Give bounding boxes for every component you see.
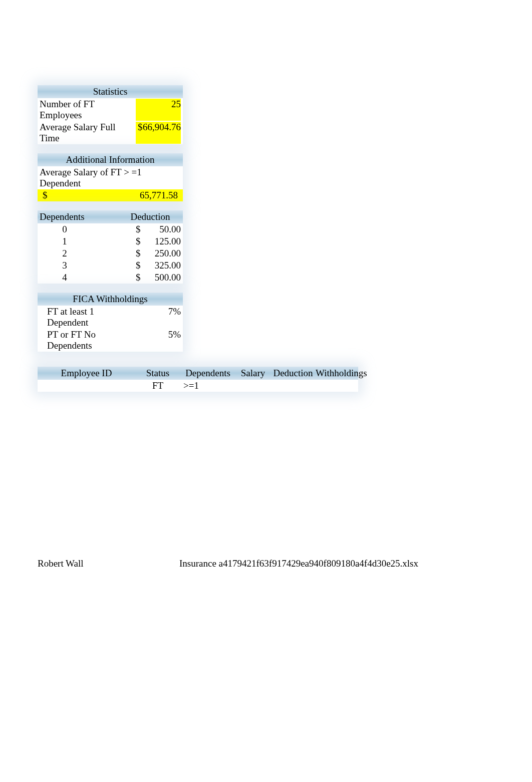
footer-filename: Insurance a4179421f63f917429ea940f809180…	[179, 558, 418, 569]
header-salary: Salary	[235, 368, 271, 379]
dep-count: 0	[40, 224, 90, 235]
deduction-value: $ 250.00	[136, 248, 181, 259]
currency-symbol: $	[138, 122, 143, 144]
currency-symbol: $	[136, 224, 141, 235]
currency-symbol: $	[136, 272, 141, 283]
stat-label: Average Salary Full Time	[40, 122, 136, 144]
statistics-block: Statistics Number of FT Employees 25 Ave…	[38, 85, 183, 144]
fica-title: FICA Withholdings	[38, 293, 183, 306]
header-deduction: Deduction	[271, 368, 316, 379]
footer-author: Robert Wall	[38, 558, 84, 569]
table-row: 2 $ 250.00	[38, 247, 183, 259]
currency-amount: 66,904.76	[143, 122, 181, 144]
header-withholdings: Withholdings	[316, 368, 367, 379]
deduction-value: $ 500.00	[136, 272, 181, 283]
additional-value: $ 65,771.58	[38, 189, 183, 201]
stat-row-avg-salary: Average Salary Full Time $ 66,904.76	[38, 121, 183, 144]
stat-label: Number of FT Employees	[40, 99, 136, 121]
dep-count: 3	[40, 260, 90, 271]
currency-amount: 65,771.58	[140, 190, 178, 201]
cell-deduction	[271, 380, 316, 391]
dep-count: 1	[40, 236, 90, 247]
fica-label: FT at least 1 Dependent	[40, 306, 136, 328]
currency-amount: 250.00	[155, 248, 181, 259]
currency-symbol: $	[136, 236, 141, 247]
header-status: Status	[135, 368, 180, 379]
cell-salary	[235, 380, 271, 391]
employee-data-row: FT >=1	[38, 380, 358, 392]
deduction-value: $ 125.00	[136, 236, 181, 247]
dependents-header-right: Deduction	[118, 210, 183, 223]
deduction-value: $ 50.00	[136, 224, 181, 235]
stat-row-ft-employees: Number of FT Employees 25	[38, 98, 183, 121]
header-dependents: Dependents	[180, 368, 235, 379]
cell-dependents: >=1	[180, 380, 235, 391]
header-employee-id: Employee ID	[38, 368, 135, 379]
dependents-header: Dependents Deduction	[38, 210, 183, 223]
stat-value: $ 66,904.76	[136, 122, 181, 144]
dependents-header-left: Dependents	[38, 210, 118, 223]
table-row: 1 $ 125.00	[38, 235, 183, 247]
fica-block: FICA Withholdings FT at least 1 Dependen…	[38, 293, 183, 352]
fica-label: PT or FT No Dependents	[40, 329, 136, 351]
currency-symbol: $	[136, 260, 141, 271]
currency-amount: 325.00	[155, 260, 181, 271]
dependents-block: Dependents Deduction 0 $ 50.00 1 $ 125.0…	[38, 210, 183, 284]
cell-employee-id	[38, 380, 135, 391]
cell-status: FT	[135, 380, 180, 391]
additional-title: Additional Information	[38, 153, 183, 166]
cell-withholdings	[316, 380, 366, 391]
dep-count: 2	[40, 248, 90, 259]
fica-row: FT at least 1 Dependent 7%	[38, 306, 183, 329]
employee-header-row: Employee ID Status Dependents Salary Ded…	[38, 367, 358, 380]
fica-value: 7%	[136, 306, 181, 328]
table-row: 4 $ 500.00	[38, 272, 183, 284]
currency-symbol: $	[136, 248, 141, 259]
fica-value: 5%	[136, 329, 181, 351]
fica-row: PT or FT No Dependents 5%	[38, 329, 183, 352]
table-row: 0 $ 50.00	[38, 223, 183, 235]
dep-count: 4	[40, 272, 90, 283]
currency-symbol: $	[43, 190, 48, 201]
statistics-title: Statistics	[38, 85, 183, 98]
currency-amount: 500.00	[155, 272, 181, 283]
deduction-value: $ 325.00	[136, 260, 181, 271]
table-row: 3 $ 325.00	[38, 259, 183, 272]
additional-info-block: Additional Information Average Salary of…	[38, 153, 183, 201]
stat-value: 25	[136, 99, 181, 121]
currency-amount: 125.00	[155, 236, 181, 247]
page-footer: Robert Wall Insurance a4179421f63f917429…	[38, 558, 418, 569]
employee-table: Employee ID Status Dependents Salary Ded…	[38, 367, 358, 392]
currency-amount: 50.00	[159, 224, 181, 235]
additional-label: Average Salary of FT > =1 Dependent	[38, 166, 183, 189]
